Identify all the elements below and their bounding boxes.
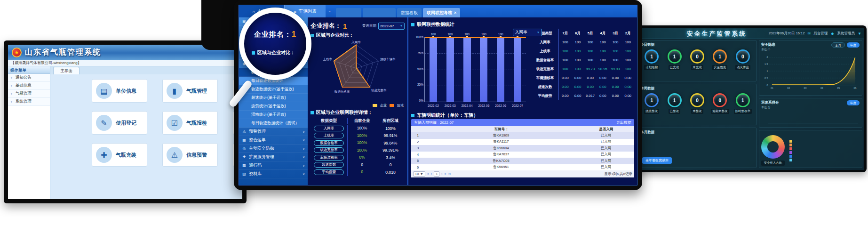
close-tab-icon[interactable]: × xyxy=(454,10,456,15)
year-rate-button[interactable]: 全年整改完成率 xyxy=(642,157,672,164)
page-number-input[interactable]: 1 xyxy=(434,171,439,177)
expand-plus-icon[interactable]: + xyxy=(10,84,14,88)
metric-pill-button[interactable]: 车辆漂移率 xyxy=(314,155,344,161)
user-icon[interactable]: ☻ xyxy=(830,32,834,36)
caret-down-icon[interactable]: ▼ xyxy=(858,32,861,36)
gauge-planned-patrol: 1 计划巡检 xyxy=(641,49,662,70)
card-filling[interactable]: ✚ 气瓶充装 xyxy=(92,143,147,167)
card-cylinder-mgmt[interactable]: ▮ 气瓶管理 xyxy=(162,79,218,103)
tab-data-board[interactable]: 数据看板 xyxy=(397,8,422,17)
card-inspection[interactable]: ☑ 气瓶报检 xyxy=(162,111,218,135)
bar xyxy=(446,37,454,102)
gas-app-sidebar: 操作菜单 + 通知公告 + 基础信息 xyxy=(8,66,50,199)
bar xyxy=(480,37,487,102)
sidebar-menu-item[interactable]: + 气瓶管理 xyxy=(8,90,50,98)
expand-plus-icon[interactable]: + xyxy=(10,92,14,96)
radar-axis-join-rate: 入网率 xyxy=(351,40,361,44)
investment-donut-chart xyxy=(761,135,785,159)
message-icon[interactable]: ✉ xyxy=(807,32,811,36)
expand-plus-icon[interactable]: + xyxy=(10,76,14,80)
radar-axis-drift-rate: 漂移车辆率 xyxy=(380,57,396,61)
collapse-sidebar-icon[interactable]: « xyxy=(326,5,334,17)
sidebar-subitem-speed-stats[interactable]: 超速统计(基于运政) xyxy=(239,94,308,102)
metric-select[interactable]: 入网率 ▼ xyxy=(513,29,542,36)
vehicle-row[interactable]: 6 鲁K56951 已入网 xyxy=(411,164,634,171)
sidebar-menu-item[interactable]: + 系统管理 xyxy=(8,98,50,106)
plate-column-header[interactable]: 车牌号 ↕ xyxy=(424,127,578,132)
sidebar-menu-item[interactable]: ▦ 整合运单 ∨ xyxy=(239,136,308,145)
first-page-icon[interactable]: « xyxy=(427,172,429,176)
legend-region-swatch xyxy=(390,104,394,107)
company-bar: 【威海晟祥气体有限公司-whshengxiang】 xyxy=(8,60,242,66)
vehicle-row[interactable]: 3 鲁K96604 已入网 xyxy=(411,145,634,152)
section-square-icon xyxy=(311,111,314,114)
page-size-select[interactable]: 10 ▼ xyxy=(413,171,425,177)
pill-month[interactable]: 本月 xyxy=(831,42,845,48)
metric-pill-button[interactable]: 轨迹完整率 xyxy=(314,147,344,153)
next-page-icon[interactable]: › xyxy=(441,172,442,176)
last-page-icon[interactable]: » xyxy=(445,172,446,176)
gauge-uncompleted: 0 未完成 xyxy=(686,49,708,70)
stats-row: 车辆漂移率 0.00 0.00 0.00 0.00 0.00 0.00 xyxy=(532,73,634,82)
join-status: 已入网 xyxy=(578,133,634,138)
join-status: 已入网 xyxy=(578,152,634,157)
gauge-hazard-rectify: 1 隐患整改 xyxy=(641,93,662,114)
sidebar-menu-item[interactable]: ▩ 通行码 ∨ xyxy=(239,161,308,170)
sidebar-menu-item[interactable]: + 基础信息 xyxy=(8,82,50,90)
gas-app-title: 山东省气瓶管理系统 xyxy=(25,48,101,57)
vehicle-row[interactable]: 1 鲁KA1909 已入网 xyxy=(411,132,634,139)
sidebar-menu-item[interactable]: ✚ 扩展服务管理 ∨ xyxy=(239,153,308,161)
radar-axis-data-rate: 数据合格率 xyxy=(334,90,350,94)
admin-link[interactable]: 后台管理 xyxy=(813,31,828,36)
radar-section-title: 区域与企业对比： xyxy=(316,32,354,39)
section-square-icon xyxy=(311,34,314,37)
panel-today: 今日数据 1 计划巡检 1 已完成 0 xyxy=(638,40,757,81)
legend-swatch xyxy=(789,140,792,143)
metric-pill-button[interactable]: 平均疲劳 xyxy=(314,169,344,175)
target-line xyxy=(425,37,526,38)
sidebar-menu-item[interactable]: ▧ 资料库 ∨ xyxy=(239,170,308,178)
bar-value-label: 100 xyxy=(481,32,486,36)
join-status: 已入网 xyxy=(578,159,634,163)
detail-row: 入网率 100% 100% xyxy=(311,125,405,132)
refresh-icon[interactable]: ↻ xyxy=(448,172,451,176)
menu-icon: ▧ xyxy=(242,172,247,176)
alarm-icon: ⚠ xyxy=(167,147,183,163)
date-select[interactable]: 2022-07 ▼ xyxy=(378,23,405,30)
expand-plus-icon[interactable]: + xyxy=(10,100,14,104)
sidebar-subitem-daily-test[interactable]: 每日轨迹数据统计（测试） xyxy=(239,119,308,128)
username-label[interactable]: 系统管理员 xyxy=(837,31,855,36)
pill-year-score[interactable]: 年度 xyxy=(847,100,860,105)
radar-chart: 入网率 漂移车辆率 轨迹完整率 数据合格率 上线率 企业 xyxy=(311,39,405,109)
safety-title: 安全生产监管系统 xyxy=(686,30,747,38)
pill-year[interactable]: 年度 xyxy=(847,42,860,48)
sidebar-menu-item[interactable]: ⚠ 预警管理 ∨ xyxy=(239,128,308,136)
card-unit-info[interactable]: ▤ 单位信息 xyxy=(92,79,147,103)
export-button[interactable]: 导出数据 xyxy=(616,120,631,125)
bar-column: 100 2022-05 xyxy=(480,37,487,102)
prev-page-icon[interactable]: ‹ xyxy=(431,172,432,176)
join-status: 已入网 xyxy=(578,165,634,169)
bar-value-label: 100 xyxy=(498,32,503,36)
metric-pill-button[interactable]: 超速次数 xyxy=(314,162,344,168)
metric-pill-button[interactable]: 入网率 xyxy=(314,126,344,131)
card-use-register[interactable]: ✎ 使用登记 xyxy=(92,111,147,135)
vehicle-row[interactable]: 2 鲁KA1117 已入网 xyxy=(411,139,634,145)
sidebar-menu-item[interactable]: + 通知公告 xyxy=(8,74,50,82)
card-alert-info[interactable]: ⚠ 信息预警 xyxy=(162,143,218,167)
svg-text:06: 06 xyxy=(854,87,857,89)
vehicle-table-titlebar: 车辆入网明细 - 2022-07 导出数据 xyxy=(411,119,634,126)
tab-hidden-2[interactable] xyxy=(363,8,396,17)
join-status: 已入网 xyxy=(578,139,634,144)
tab-network-assessment[interactable]: 联网联控考核 × xyxy=(423,8,460,17)
vehicle-row[interactable]: 4 鲁KA7637 已入网 xyxy=(411,152,634,158)
tab-main-screen[interactable]: 主界面 xyxy=(53,67,80,74)
sidebar-subitem-fatigue-stats[interactable]: 疲劳统计(基于运政) xyxy=(239,102,308,111)
sidebar-subitem-drift-stats[interactable]: 漂移统计(基于运政) xyxy=(239,111,308,119)
metric-pill-button[interactable]: 数据合格率 xyxy=(314,140,344,146)
sidebar-menu-item[interactable]: ◎ 主动安全防御 ∨ xyxy=(239,145,308,153)
tab-hidden-1[interactable] xyxy=(336,8,361,17)
metric-pill-button[interactable]: 上线率 xyxy=(314,133,344,138)
vehicle-row[interactable]: 5 鲁KA7C05 已入网 xyxy=(411,158,634,164)
detail-row: 平均疲劳 0 0.018 xyxy=(311,169,405,176)
